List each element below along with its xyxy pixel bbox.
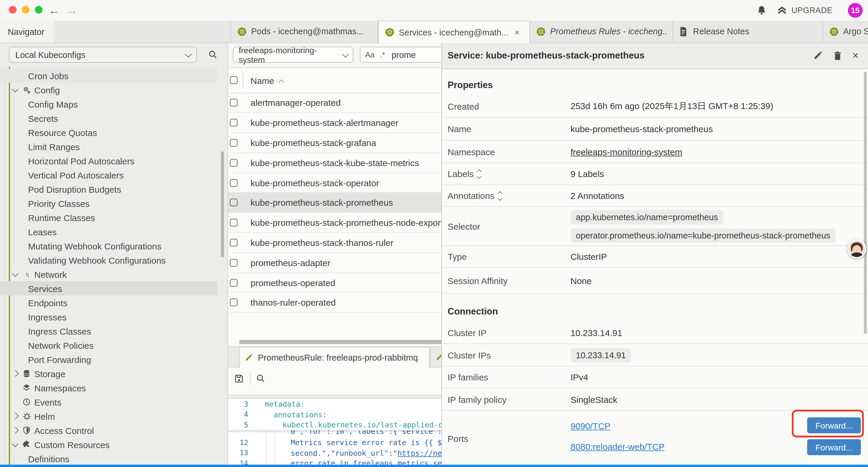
search-input[interactable] [390,49,434,60]
table-row-kube-prometheus-stack-prometheus-node-exporter[interactable]: kube-prometheus-stack-prometheus-node-ex… [228,213,441,233]
table-row-kube-prometheus-stack-prometheus[interactable]: kube-prometheus-stack-prometheus [228,193,441,213]
table-row-alertmanager-operated[interactable]: alertmanager-operated [228,93,441,113]
navigator-search-icon[interactable] [208,49,217,59]
minimize-window-button[interactable] [22,6,30,13]
sidebar-item-ingresses[interactable]: Ingresses [0,310,217,324]
detail-scrollbar[interactable] [864,71,867,334]
close-tab-icon[interactable]: × [514,27,520,37]
detail-value-link[interactable]: freeleaps-monitoring-system [570,147,682,157]
horizontal-scrollbar[interactable] [239,340,441,344]
sidebar-item-priority-classes[interactable]: Priority Classes [0,196,217,210]
name-column-header[interactable]: Name [251,68,284,93]
maximize-window-button[interactable] [35,6,42,13]
chevron-down-icon[interactable] [12,272,19,276]
chevron-right-icon[interactable] [12,428,19,433]
chevron-down-icon[interactable] [12,88,19,92]
notifications-bell-icon[interactable] [756,5,767,16]
row-checkbox[interactable] [230,299,238,307]
yaml-editor[interactable]: 3metadata:4annotations:5kubectl.kubernet… [228,399,441,467]
sidebar-item-mutating-webhook-configurations[interactable]: Mutating Webhook Configurations [0,239,217,253]
sidebar-item-namespaces[interactable]: Namespaces [0,381,217,395]
row-checkbox[interactable] [230,279,238,286]
sidebar-item-validating-webhook-configurations[interactable]: Validating Webhook Configurations [0,253,217,267]
sidebar-item-horizontal-pod-autoscalers[interactable]: Horizontal Pod Autoscalers [0,154,217,168]
table-row-prometheus-adapter[interactable]: prometheus-adapter [228,253,441,273]
sidebar-item-network-policies[interactable]: Network Policies [0,338,217,352]
row-checkbox[interactable] [230,259,238,267]
forward-button[interactable]: Forward... [807,439,861,455]
close-window-button[interactable] [9,6,17,13]
chevron-right-icon[interactable] [12,372,19,376]
chevron-down-icon[interactable] [12,442,19,447]
sidebar-item-config[interactable]: Config [0,83,217,97]
row-checkbox[interactable] [230,139,238,147]
sidebar-item-limit-ranges[interactable]: Limit Ranges [0,140,217,154]
tab-argo-se[interactable]: Argo Se [823,21,868,42]
navigator-panel-tab[interactable]: Navigator [0,21,54,42]
upgrade-button[interactable]: UPGRADE [777,0,833,21]
sidebar-item-services[interactable]: Services [0,282,217,296]
close-icon[interactable]: × [852,48,859,62]
table-row-thanos-ruler-operated[interactable]: thanos-ruler-operated [228,293,441,313]
sidebar-item-events[interactable]: Events [0,395,217,409]
row-checkbox[interactable] [230,199,238,207]
sidebar-item-endpoints[interactable]: Endpoints [0,296,217,310]
sidebar-item-helm[interactable]: Helm [0,409,217,423]
sidebar-item-pod-disruption-budgets[interactable]: Pod Disruption Budgets [0,182,217,196]
sort-updown-icon[interactable] [477,170,481,178]
row-checkbox[interactable] [230,99,238,107]
code-link[interactable]: https://net [397,449,441,458]
tab-services-icecheng-math[interactable]: Services - icecheng@math...× [378,21,530,43]
table-row-kube-prometheus-stack-operator[interactable]: kube-prometheus-stack-operator [228,173,441,193]
sidebar-item-storage[interactable]: Storage [0,367,217,381]
sidebar-item-runtime-classes[interactable]: Runtime Classes [0,210,217,225]
row-checkbox[interactable] [230,219,238,226]
navigator-scrollbar[interactable] [221,151,224,257]
row-checkbox[interactable] [230,119,238,126]
tab-pods-icecheng-mathmas[interactable]: Pods - icecheng@mathmas... [230,21,378,42]
save-icon[interactable] [234,374,244,384]
table-row-kube-prometheus-stack-alertmanager[interactable]: kube-prometheus-stack-alertmanager [228,113,441,133]
sidebar-item-leases[interactable]: Leases [0,225,217,239]
forward-arrow-icon[interactable]: → [66,2,78,18]
sidebar-item-resource-quotas[interactable]: Resource Quotas [0,125,217,140]
sidebar-item-network[interactable]: ↑↓Network [0,267,217,282]
sidebar-item-cron-jobs[interactable]: Cron Jobs [0,68,217,83]
sidebar-item-custom-resources[interactable]: Custom Resources [0,437,217,451]
table-row-prometheus-operated[interactable]: prometheus-operated [228,273,441,293]
sidebar-item-definitions[interactable]: Definitions [0,451,217,466]
sidebar-item-port-forwarding[interactable]: Port Forwarding [0,352,217,367]
table-row-kube-prometheus-stack-thanos-ruler[interactable]: kube-prometheus-stack-thanos-ruler [228,233,441,253]
dock-tab-partial[interactable] [430,347,441,368]
kubeconfig-dropdown[interactable]: Local Kubeconfigs [9,47,197,63]
match-case-toggle[interactable]: Aa [365,50,375,59]
row-checkbox[interactable] [230,239,238,246]
edit-pencil-icon[interactable] [813,51,822,60]
sidebar-item-vertical-pod-autoscalers[interactable]: Vertical Pod Autoscalers [0,168,217,182]
notification-count-badge[interactable]: 15 [848,3,863,18]
dock-tab-prometheusrule[interactable]: PrometheusRule: freeleaps-prod-rabbitmq [239,347,429,368]
delete-trash-icon[interactable] [833,51,842,61]
port-link-9090-tcp[interactable]: 9090/TCP [570,420,610,431]
row-checkbox[interactable] [230,179,238,186]
table-row-kube-prometheus-stack-grafana[interactable]: kube-prometheus-stack-grafana [228,133,441,153]
select-all-checkbox[interactable] [230,76,238,84]
regex-toggle[interactable]: .* [380,50,385,59]
tab-prometheus-rules-icecheng[interactable]: Prometheus Rules - icecheng... [530,21,673,42]
sidebar-item-secrets[interactable]: Secrets [0,111,217,125]
sidebar-item-ingress-classes[interactable]: Ingress Classes [0,324,217,338]
table-row-kube-prometheus-stack-kube-state-metrics[interactable]: kube-prometheus-stack-kube-state-metrics [228,153,441,173]
chevron-right-icon[interactable] [12,414,19,418]
user-avatar[interactable] [847,239,866,258]
port-link-8080-reloader-web-tcp[interactable]: 8080:reloader-web/TCP [570,441,665,451]
back-arrow-icon[interactable]: ← [49,2,60,18]
namespace-filter-dropdown[interactable]: freeleaps-monitoring-system [233,47,353,63]
sidebar-item-config-maps[interactable]: Config Maps [0,97,217,111]
sort-updown-icon[interactable] [498,192,501,200]
row-checkbox[interactable] [230,159,238,167]
tab-release-notes[interactable]: Release Notes [673,21,823,42]
sidebar-item-label: Definitions [28,454,69,464]
list-search-box[interactable]: Aa .* [360,47,441,63]
sidebar-item-access-control[interactable]: Access Control [0,423,217,437]
editor-search-icon[interactable] [256,374,265,383]
